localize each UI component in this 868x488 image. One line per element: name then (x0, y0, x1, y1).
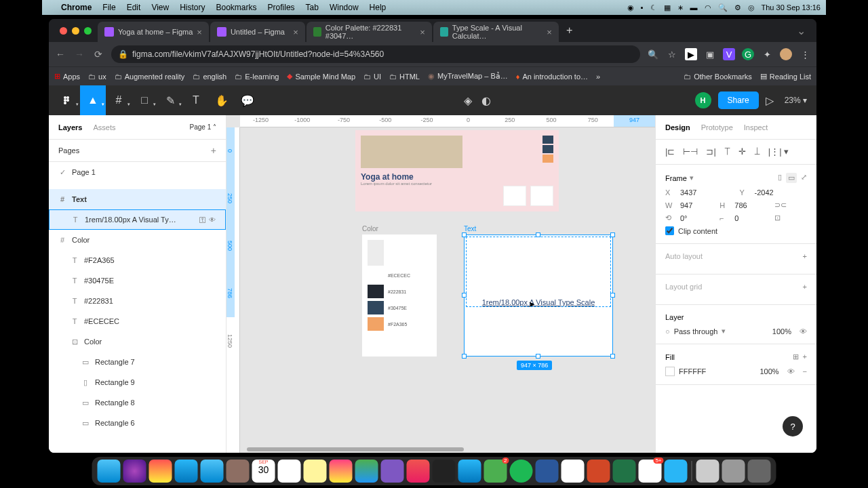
resize-handle[interactable] (610, 232, 615, 237)
h-input[interactable]: 786 (734, 201, 767, 209)
close-icon[interactable]: × (547, 27, 552, 37)
dock-chrome[interactable] (561, 460, 585, 483)
align-top-icon[interactable]: ⟙ (724, 146, 730, 157)
browser-tab[interactable]: Yoga at home – Figma× (98, 22, 209, 42)
fit-icon[interactable]: ⤢ (801, 173, 807, 183)
frame-tool[interactable]: #▾ (106, 85, 132, 115)
align-bottom-icon[interactable]: ⟘ (754, 146, 760, 157)
figma-menu-icon[interactable]: ▾ (54, 85, 80, 115)
distribute-icon[interactable]: |⋮| ▾ (768, 146, 789, 157)
scrollbar-horizontal[interactable] (247, 447, 464, 451)
blend-dropdown[interactable]: Pass through (674, 327, 718, 336)
bookmark-item[interactable]: 🗀UI (363, 73, 381, 81)
comment-tool[interactable]: 💬 (235, 85, 260, 115)
autolayout-header[interactable]: Auto layout (665, 252, 703, 260)
zoom-dropdown[interactable]: 23% ▾ (781, 96, 811, 105)
component-icon[interactable]: ◈ (464, 94, 472, 107)
menu-window[interactable]: Window (324, 3, 364, 12)
menu-history[interactable]: History (174, 3, 210, 12)
close-icon[interactable]: × (420, 27, 425, 37)
text-tool[interactable]: T (183, 85, 209, 115)
layer-rect[interactable]: ▭Rectangle 6 (49, 413, 226, 433)
resize-handle[interactable] (610, 293, 615, 298)
dock-spotify[interactable] (510, 460, 533, 483)
bookmark-item[interactable]: 🗀HTML (389, 73, 420, 81)
dock-folder[interactable] (722, 460, 745, 483)
add-icon[interactable]: + (803, 352, 807, 361)
dock-photos[interactable] (330, 460, 353, 483)
dock-calendar[interactable]: SEP30 (252, 460, 275, 483)
other-bookmarks[interactable]: 🗀Other Bookmarks (684, 72, 752, 81)
bookmark-item[interactable]: 🗀ux (88, 73, 106, 81)
forward-icon[interactable]: → (73, 49, 85, 60)
url-field[interactable]: 🔒 figma.com/file/vkimV7afAAJXW97jjHtOIt/… (111, 45, 640, 63)
dock-safari[interactable] (175, 460, 198, 483)
bookmark-item[interactable]: 🗀Augmented reality (115, 73, 185, 81)
artboard-text-selected[interactable]: 1rem/18.00px A Visual Type Scale (464, 235, 613, 357)
layoutgrid-header[interactable]: Layout grid (665, 283, 702, 291)
align-vcenter-icon[interactable]: ✛ (738, 146, 746, 157)
dock-downloads[interactable] (696, 460, 719, 483)
layer-rect[interactable]: ▭Rectangle 8 (49, 392, 226, 413)
layer-rect[interactable]: ▭Rectangle 7 (49, 352, 226, 372)
dock-tv[interactable] (433, 460, 456, 483)
menu-view[interactable]: View (146, 3, 174, 12)
hand-tool[interactable]: ✋ (209, 85, 235, 115)
tab-prototype[interactable]: Prototype (701, 123, 733, 131)
ext-icon[interactable]: V (723, 48, 735, 60)
menubar-clock[interactable]: Thu 30 Sep 13:16 (762, 3, 821, 12)
remove-icon[interactable]: − (803, 367, 807, 375)
extensions-icon[interactable]: ✦ (761, 48, 773, 60)
align-right-icon[interactable]: ⊐| (706, 146, 715, 157)
resize-handle[interactable] (536, 354, 540, 359)
tab-dropdown-icon[interactable]: ⌄ (791, 24, 811, 37)
bookmark-item[interactable]: ◉MyTravelMap – Bả… (428, 72, 508, 81)
layer-group[interactable]: ⊡Color (49, 331, 226, 352)
profile-avatar[interactable] (780, 48, 792, 60)
add-icon[interactable]: + (803, 252, 807, 260)
browser-tab[interactable]: Color Palette: #222831 #3047…× (307, 22, 432, 42)
bookmark-item[interactable]: ◆Sample Mind Map (287, 72, 355, 81)
w-input[interactable]: 947 (680, 201, 713, 209)
fill-opacity[interactable]: 100% (760, 367, 778, 375)
ext-icon[interactable]: ▶ (685, 48, 697, 60)
clip-checkbox[interactable] (665, 226, 674, 235)
dock-finder[interactable] (98, 460, 121, 483)
layer-color-text[interactable]: T#F2A365 (49, 250, 226, 270)
status-icon[interactable]: ▦ (664, 3, 671, 12)
siri-icon[interactable]: ◎ (748, 3, 755, 12)
canvas[interactable]: -1250-1000-750-500-2500250500750947 0250… (226, 115, 655, 453)
browser-tab[interactable]: Type Scale - A Visual Calculat…× (433, 22, 559, 42)
rotation-input[interactable]: 0° (680, 214, 713, 222)
search-icon[interactable]: 🔍 (718, 3, 728, 12)
bookmark-item[interactable]: 🗀E-learning (235, 73, 279, 81)
eye-icon[interactable]: 👁 (787, 367, 795, 375)
status-icon[interactable]: ◉ (627, 3, 634, 12)
resize-handle[interactable] (462, 354, 467, 359)
menu-file[interactable]: File (97, 3, 121, 12)
y-input[interactable]: -2042 (755, 188, 808, 197)
menubar-app[interactable]: Chrome (56, 3, 97, 12)
landscape-icon[interactable]: ▭ (786, 173, 797, 183)
page-dropdown[interactable]: Page 1 ˄ (190, 123, 216, 131)
add-page-icon[interactable]: + (211, 145, 216, 156)
reload-icon[interactable]: ⟳ (92, 49, 104, 60)
share-button[interactable]: Share (718, 92, 759, 109)
back-icon[interactable]: ← (54, 49, 66, 60)
bluetooth-icon[interactable]: ∗ (677, 3, 684, 12)
lock-icon[interactable]: ⚿ (199, 216, 206, 224)
layer-color-text[interactable]: T#222831 (49, 291, 226, 311)
dock-trash[interactable] (748, 460, 771, 483)
move-tool[interactable]: ▲▾ (80, 85, 106, 115)
layer-rect[interactable]: ▯Rectangle 9 (49, 372, 226, 392)
dock-powerpoint[interactable] (587, 460, 610, 483)
page-item[interactable]: ✓Page 1 (49, 162, 226, 182)
ext-icon[interactable]: ▣ (704, 48, 716, 60)
wifi-icon[interactable]: ◠ (705, 3, 711, 12)
close-icon[interactable]: × (197, 27, 202, 37)
new-tab-button[interactable]: + (559, 24, 579, 37)
dock-contacts[interactable] (226, 460, 250, 483)
tab-layers[interactable]: Layers (58, 123, 82, 131)
bookmark-item[interactable]: ♦An introduction to… (516, 73, 588, 81)
bookmark-item[interactable]: 🗀english (193, 73, 226, 81)
